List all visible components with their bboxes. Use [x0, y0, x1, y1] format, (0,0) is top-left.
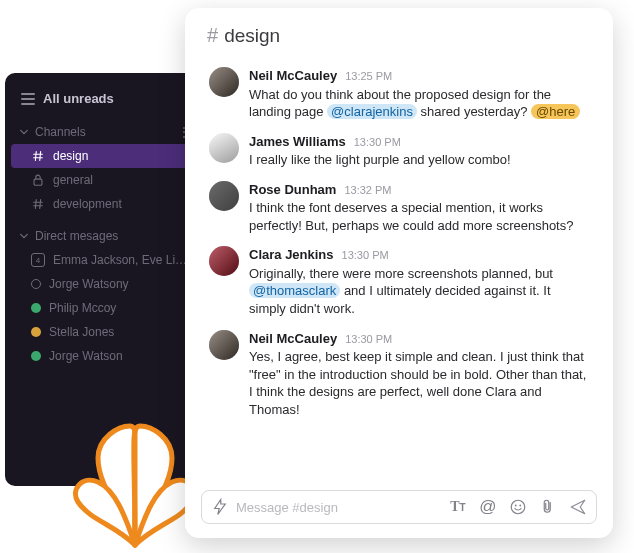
avatar[interactable]	[209, 133, 239, 163]
sidebar-item-label: Philip Mccoy	[49, 301, 116, 315]
message-text: Yes, I agree, best keep it simple and cl…	[249, 348, 589, 418]
sidebar-item-label: development	[53, 197, 122, 211]
message-time: 13:30 PM	[354, 135, 401, 150]
mention-user[interactable]: @thomasclark	[249, 283, 340, 298]
message-time: 13:32 PM	[344, 183, 391, 198]
avatar[interactable]	[209, 67, 239, 97]
sidebar-item-label: design	[53, 149, 88, 163]
chevron-down-icon	[19, 127, 29, 137]
message-time: 13:30 PM	[345, 332, 392, 347]
svg-point-2	[515, 505, 517, 507]
group-count-icon: 4	[31, 253, 45, 267]
attachment-icon[interactable]	[538, 497, 558, 517]
message-author[interactable]: Rose Dunham	[249, 181, 336, 199]
avatar[interactable]	[209, 246, 239, 276]
composer-input[interactable]	[236, 500, 442, 515]
sidebar-item-label: Stella Jones	[49, 325, 114, 339]
svg-point-3	[519, 505, 521, 507]
lock-icon	[31, 173, 45, 187]
message-text: I really like the light purple and yello…	[249, 151, 589, 169]
mention-user[interactable]: @clarajenkins	[327, 104, 417, 119]
message-list: Neil McCauley13:25 PMWhat do you think a…	[185, 59, 613, 484]
presence-offline-icon	[31, 279, 41, 289]
message-author[interactable]: Neil McCauley	[249, 330, 337, 348]
message-author[interactable]: Neil McCauley	[249, 67, 337, 85]
sidebar-channel-general[interactable]: general	[5, 168, 205, 192]
sidebar-channel-development[interactable]: development	[5, 192, 205, 216]
presence-online-icon	[31, 351, 41, 361]
message-text: Originally, there were more screenshots …	[249, 265, 589, 318]
channel-title: design	[224, 25, 280, 47]
dms-label: Direct mesages	[35, 229, 118, 243]
sidebar-channel-design[interactable]: design	[11, 144, 199, 168]
mention-icon[interactable]: @	[478, 497, 498, 517]
sidebar-item-label: Jorge Watsony	[49, 277, 129, 291]
svg-point-1	[511, 500, 525, 514]
avatar[interactable]	[209, 330, 239, 360]
hash-icon	[31, 197, 45, 211]
emoji-icon[interactable]	[508, 497, 528, 517]
hash-icon: #	[207, 24, 218, 47]
avatar[interactable]	[209, 181, 239, 211]
message-text: I think the font deserves a special ment…	[249, 199, 589, 234]
message-row: Clara Jenkins13:30 PMOriginally, there w…	[209, 240, 589, 323]
sidebar-dm-item[interactable]: Philip Mccoy	[5, 296, 205, 320]
presence-away-icon	[31, 327, 41, 337]
sidebar-item-label: Emma Jackson, Eve Li…	[53, 253, 187, 267]
channels-section-header[interactable]: Channels ⋮	[5, 120, 205, 144]
message-row: Neil McCauley13:30 PMYes, I agree, best …	[209, 324, 589, 425]
format-icon[interactable]: TT	[448, 497, 468, 517]
hash-icon	[31, 149, 45, 163]
sidebar-item-label: general	[53, 173, 93, 187]
sidebar-dm-item[interactable]: Jorge Watsony	[5, 272, 205, 296]
all-unreads-label: All unreads	[43, 91, 114, 106]
message-row: Rose Dunham13:32 PMI think the font dese…	[209, 175, 589, 241]
message-text: What do you think about the proposed des…	[249, 86, 589, 121]
svg-rect-0	[34, 179, 42, 185]
mention-here[interactable]: @here	[531, 104, 580, 119]
send-icon[interactable]	[568, 497, 588, 517]
message-composer[interactable]: TT @	[201, 490, 597, 524]
message-row: Neil McCauley13:25 PMWhat do you think a…	[209, 61, 589, 127]
sidebar-dm-item[interactable]: Jorge Watson	[5, 344, 205, 368]
presence-online-icon	[31, 303, 41, 313]
sidebar-dm-item[interactable]: Stella Jones	[5, 320, 205, 344]
sidebar-dm-item[interactable]: 4Emma Jackson, Eve Li…	[5, 248, 205, 272]
channel-header[interactable]: # design	[185, 8, 613, 59]
channels-label: Channels	[35, 125, 86, 139]
message-author[interactable]: James Williams	[249, 133, 346, 151]
message-row: James Williams13:30 PMI really like the …	[209, 127, 589, 175]
dms-section-header[interactable]: Direct mesages	[5, 224, 205, 248]
all-unreads-row[interactable]: All unreads	[5, 85, 205, 116]
chevron-down-icon	[19, 231, 29, 241]
sidebar-item-label: Jorge Watson	[49, 349, 123, 363]
menu-icon	[21, 93, 35, 105]
message-author[interactable]: Clara Jenkins	[249, 246, 334, 264]
lightning-icon[interactable]	[210, 497, 230, 517]
message-time: 13:30 PM	[342, 248, 389, 263]
channel-panel: # design Neil McCauley13:25 PMWhat do yo…	[185, 8, 613, 538]
message-time: 13:25 PM	[345, 69, 392, 84]
